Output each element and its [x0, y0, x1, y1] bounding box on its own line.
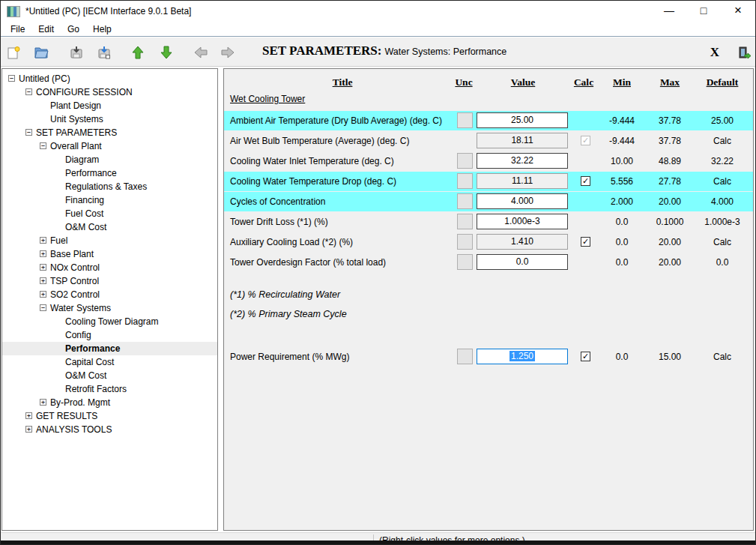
unc-button[interactable]	[457, 214, 473, 229]
maximize-button[interactable]: □	[686, 1, 721, 22]
menu-go[interactable]: Go	[61, 22, 86, 36]
clear-x-icon[interactable]: X	[705, 43, 725, 62]
value-input[interactable]: 1.000e-3	[477, 214, 568, 229]
menu-help[interactable]: Help	[86, 22, 118, 36]
sidebar-item-retrofit-factors[interactable]: Retrofit Factors	[2, 382, 217, 396]
calc-checkbox[interactable]: ✓	[581, 237, 590, 247]
open-file-icon[interactable]	[32, 43, 52, 62]
sidebar-item-set-parameters[interactable]: −SET PARAMETERS	[2, 126, 217, 139]
param-default: 25.00	[692, 111, 752, 130]
window-title: *Untitled (PC) [IECM Interface 9.0.1 Bet…	[25, 6, 191, 16]
sidebar-item-label: Fuel Cost	[65, 208, 103, 219]
sidebar-item-label: Capital Cost	[65, 357, 114, 367]
sidebar-item-regulations-taxes[interactable]: Regulations & Taxes	[2, 180, 217, 193]
menu-file[interactable]: File	[4, 22, 31, 36]
sidebar-item-diagram[interactable]: Diagram	[2, 153, 217, 166]
param-row-ambient-air-temperature-dry-bulb-average-deg-c: Ambient Air Temperature (Dry Bulb Averag…	[224, 111, 753, 130]
column-header-title: Title	[297, 76, 387, 88]
param-max: 0.1000	[647, 212, 692, 232]
calc-checkbox[interactable]: ✓	[581, 352, 590, 361]
expand-icon[interactable]: +	[40, 264, 46, 271]
param-min: -9.444	[599, 111, 644, 130]
calc-checkbox[interactable]: ✓	[581, 176, 590, 186]
param-title: Cycles of Concentration	[230, 192, 325, 211]
parameter-panel: Title Unc Value Calc Min Max Default Wet…	[223, 68, 754, 531]
unc-button[interactable]	[457, 254, 473, 270]
sidebar-item-performance[interactable]: Performance	[2, 342, 217, 355]
sidebar-item-fuel-cost[interactable]: Fuel Cost	[2, 207, 217, 220]
sidebar-item-plant-design[interactable]: Plant Design	[2, 99, 217, 112]
sidebar-item-o-m-cost[interactable]: O&M Cost	[2, 369, 217, 382]
sidebar-item-so2-control[interactable]: +SO2 Control	[2, 288, 217, 301]
expand-icon[interactable]: +	[40, 237, 46, 244]
sidebar-item-overall-plant[interactable]: −Overall Plant	[2, 139, 217, 153]
expand-icon[interactable]: +	[25, 426, 32, 433]
collapse-icon[interactable]: −	[25, 88, 32, 95]
sidebar-item-fuel[interactable]: +Fuel	[2, 234, 217, 247]
expand-icon[interactable]: +	[40, 277, 46, 284]
sidebar-item-capital-cost[interactable]: Capital Cost	[2, 355, 217, 369]
collapse-icon[interactable]: −	[25, 129, 32, 136]
sidebar-item-analysis-tools[interactable]: +ANALYSIS TOOLS	[2, 423, 217, 436]
sidebar-item-configure-session[interactable]: −CONFIGURE SESSION	[2, 85, 217, 99]
save-icon[interactable]	[67, 43, 87, 62]
expand-icon[interactable]: +	[40, 399, 46, 406]
value-input[interactable]: 0.0	[477, 254, 568, 270]
sidebar-item-label: Regulations & Taxes	[65, 181, 147, 192]
unc-button[interactable]	[457, 193, 473, 209]
unc-button[interactable]	[457, 349, 473, 364]
value-input[interactable]: 4.000	[477, 193, 568, 209]
value-input[interactable]: 25.00	[477, 112, 568, 128]
value-input: 1.410	[477, 234, 568, 250]
expand-icon[interactable]: +	[40, 250, 46, 257]
param-row-cooling-water-inlet-temperature-deg-c: Cooling Water Inlet Temperature (deg. C)…	[224, 151, 753, 171]
param-min: 0.0	[599, 212, 644, 232]
unc-button[interactable]	[457, 234, 473, 250]
save-as-icon[interactable]	[95, 43, 115, 62]
sidebar-item-config[interactable]: Config	[2, 328, 217, 342]
move-up-icon[interactable]	[129, 43, 148, 62]
unc-button[interactable]	[457, 153, 473, 169]
sidebar-item-water-systems[interactable]: −Water Systems	[2, 301, 217, 315]
column-header-min: Min	[599, 76, 644, 88]
menu-edit[interactable]: Edit	[31, 22, 61, 36]
sidebar-item-tsp-control[interactable]: +TSP Control	[2, 274, 217, 288]
sidebar-item-label: O&M Cost	[65, 370, 106, 381]
sidebar-item-performance[interactable]: Performance	[2, 166, 217, 180]
close-button[interactable]: ×	[721, 1, 755, 22]
sidebar-item-base-plant[interactable]: +Base Plant	[2, 247, 217, 261]
go-forward-icon[interactable]	[219, 43, 238, 62]
unc-button[interactable]	[457, 112, 473, 128]
sidebar-item-get-results[interactable]: +GET RESULTS	[2, 409, 217, 423]
minimize-button[interactable]: —	[652, 1, 686, 22]
param-default: 4.000	[692, 192, 752, 211]
collapse-icon[interactable]: −	[8, 75, 15, 82]
sidebar-item-cooling-tower-diagram[interactable]: Cooling Tower Diagram	[2, 315, 217, 328]
param-title: Air Wet Bulb Temperature (Average) (deg.…	[230, 131, 409, 151]
go-back-icon[interactable]	[192, 43, 211, 62]
footnote-1: (*1) % Recirculating Water	[230, 289, 340, 300]
collapse-icon[interactable]: −	[40, 142, 46, 149]
value-input[interactable]: 1.250	[477, 349, 568, 364]
sidebar-item-o-m-cost[interactable]: O&M Cost	[2, 220, 217, 234]
value-input[interactable]: 32.22	[477, 153, 568, 169]
sidebar-item-by-prod-mgmt[interactable]: +By-Prod. Mgmt	[2, 396, 217, 409]
sidebar-item-label: Fuel	[50, 235, 67, 246]
sidebar-item-untitled-pc[interactable]: −Untitled (PC)	[2, 72, 217, 85]
sidebar-item-nox-control[interactable]: +NOx Control	[2, 261, 217, 274]
param-row-power-requirement-mwg: Power Requirement (% MWg)1.250✓0.015.00C…	[224, 347, 753, 367]
move-down-icon[interactable]	[157, 43, 177, 62]
param-max: 20.00	[647, 253, 692, 272]
expand-icon[interactable]: +	[25, 412, 32, 419]
exit-door-icon[interactable]	[735, 43, 755, 62]
new-file-icon[interactable]	[4, 43, 24, 62]
param-min: -9.444	[599, 131, 644, 151]
sidebar-item-label: GET RESULTS	[36, 411, 97, 421]
param-row-auxiliary-cooling-load-2: Auxiliary Cooling Load (*2) (%)1.410✓0.0…	[224, 232, 753, 252]
collapse-icon[interactable]: −	[40, 304, 46, 311]
sidebar-item-unit-systems[interactable]: Unit Systems	[2, 112, 217, 126]
param-max: 37.78	[647, 131, 692, 151]
expand-icon[interactable]: +	[40, 291, 46, 298]
unc-button[interactable]	[457, 173, 473, 189]
sidebar-item-financing[interactable]: Financing	[2, 193, 217, 207]
